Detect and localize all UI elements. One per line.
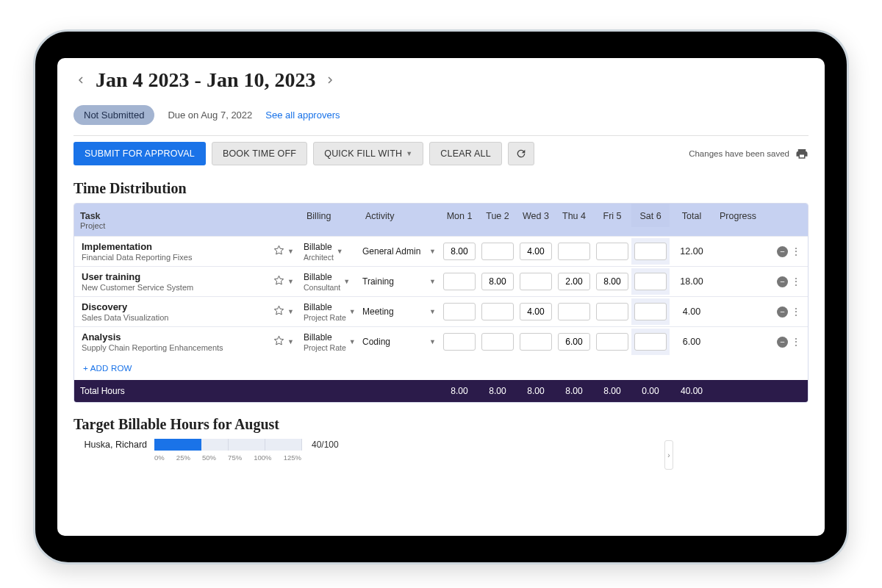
hours-input[interactable]	[481, 303, 514, 320]
remove-row-icon[interactable]: −	[777, 276, 788, 287]
task-name: User training	[82, 271, 193, 282]
prev-week-chevron[interactable]	[74, 73, 88, 87]
billing-type: Billable	[304, 242, 334, 252]
activity-select[interactable]: Meeting▼	[362, 305, 436, 318]
chart-row: Huska, Richard 40/100	[74, 439, 808, 451]
task-name: Discovery	[82, 301, 168, 312]
total-mon: 8.00	[440, 381, 478, 401]
col-wed: Wed 3	[517, 204, 555, 227]
billing-type: Billable	[304, 272, 340, 282]
print-icon[interactable]	[795, 147, 808, 160]
quick-fill-button[interactable]: QUICK FILL WITH▼	[313, 142, 423, 165]
chart-tick: 25%	[176, 453, 190, 462]
toolbar: SUBMIT FOR APPROVAL BOOK TIME OFF QUICK …	[74, 135, 808, 176]
chart-tick: 75%	[228, 453, 242, 462]
hours-input[interactable]	[596, 333, 628, 351]
hours-input[interactable]	[596, 303, 628, 320]
hours-input[interactable]	[596, 273, 628, 290]
more-options-icon[interactable]: ⋮	[792, 276, 800, 287]
task-project: Sales Data Visualization	[82, 313, 168, 322]
chart-tick: 50%	[202, 453, 216, 462]
remove-row-icon[interactable]: −	[777, 246, 788, 257]
col-billing: Billing	[301, 204, 359, 227]
hours-input[interactable]	[558, 273, 590, 290]
hours-input[interactable]	[481, 273, 514, 290]
col-tue: Tue 2	[478, 204, 517, 227]
status-pill: Not Submitted	[74, 105, 154, 125]
remove-row-icon[interactable]: −	[777, 306, 788, 318]
next-week-chevron[interactable]	[323, 73, 337, 87]
hours-input[interactable]	[634, 243, 667, 260]
total-grand: 40.00	[670, 381, 714, 401]
table-row: DiscoverySales Data Visualization▼Billab…	[74, 296, 808, 326]
slide-handle[interactable]: ›	[664, 440, 673, 470]
hours-input[interactable]	[520, 333, 552, 351]
col-mon: Mon 1	[440, 204, 478, 227]
hours-input[interactable]	[634, 303, 667, 320]
activity-select[interactable]: Coding▼	[362, 335, 436, 348]
col-sat: Sat 6	[631, 204, 670, 227]
totals-row: Total Hours 8.00 8.00 8.00 8.00 8.00 0.0…	[74, 380, 808, 402]
total-wed: 8.00	[517, 381, 555, 401]
clear-all-button[interactable]: CLEAR ALL	[429, 142, 502, 165]
hours-input[interactable]	[520, 273, 552, 290]
favorite-star-icon[interactable]	[273, 335, 284, 348]
hours-input[interactable]	[520, 303, 552, 320]
hours-input[interactable]	[558, 303, 590, 320]
caret-down-icon[interactable]: ▼	[287, 308, 294, 315]
more-options-icon[interactable]: ⋮	[792, 246, 800, 257]
caret-down-icon[interactable]: ▼	[349, 308, 356, 315]
col-total: Total	[670, 204, 714, 227]
hours-input[interactable]	[558, 243, 590, 260]
total-sat: 0.00	[631, 381, 670, 401]
caret-down-icon[interactable]: ▼	[287, 278, 294, 285]
hours-input[interactable]	[596, 243, 628, 260]
screen: Jan 4 2023 - Jan 10, 2023 Not Submitted …	[57, 58, 825, 536]
remove-row-icon[interactable]: −	[777, 337, 788, 348]
favorite-star-icon[interactable]	[273, 245, 284, 258]
timesheet-grid: Task Project Billing Activity Mon 1 Tue …	[74, 203, 808, 403]
book-time-off-button[interactable]: BOOK TIME OFF	[212, 142, 307, 165]
activity-select[interactable]: Training▼	[362, 275, 436, 288]
hours-input[interactable]	[443, 303, 476, 320]
task-name: Implementation	[82, 241, 192, 252]
hours-input[interactable]	[443, 273, 476, 290]
hours-input[interactable]	[443, 333, 476, 351]
hours-input[interactable]	[634, 273, 667, 290]
hours-input[interactable]	[634, 333, 667, 351]
caret-down-icon[interactable]: ▼	[287, 338, 294, 345]
hours-input[interactable]	[443, 243, 476, 260]
add-row-button[interactable]: + ADD ROW	[74, 356, 808, 380]
total-tue: 8.00	[478, 381, 517, 401]
due-date-text: Due on Aug 7, 2022	[168, 110, 252, 121]
billing-role: Project Rate	[304, 313, 346, 322]
date-range-title: Jan 4 2023 - Jan 10, 2023	[96, 68, 315, 92]
row-total: 4.00	[683, 306, 700, 317]
task-project: New Customer Service System	[82, 283, 193, 292]
refresh-button[interactable]	[508, 142, 534, 165]
hours-input[interactable]	[481, 333, 514, 351]
total-fri: 8.00	[593, 381, 631, 401]
submit-approval-button[interactable]: SUBMIT FOR APPROVAL	[74, 142, 206, 165]
favorite-star-icon[interactable]	[273, 305, 284, 318]
see-approvers-link[interactable]: See all approvers	[265, 110, 340, 121]
totals-label: Total Hours	[74, 381, 267, 401]
hours-input[interactable]	[520, 243, 552, 260]
chart-bar	[154, 439, 201, 451]
caret-down-icon[interactable]: ▼	[337, 248, 343, 255]
col-task: Task	[80, 211, 261, 221]
more-options-icon[interactable]: ⋮	[792, 337, 800, 347]
more-options-icon[interactable]: ⋮	[792, 306, 800, 317]
favorite-star-icon[interactable]	[273, 275, 284, 288]
hours-input[interactable]	[481, 243, 514, 260]
date-header: Jan 4 2023 - Jan 10, 2023	[74, 68, 808, 92]
caret-down-icon[interactable]: ▼	[287, 248, 294, 255]
hours-input[interactable]	[558, 333, 590, 351]
billing-role: Project Rate	[304, 343, 346, 352]
chart-tick: 125%	[284, 453, 301, 462]
caret-down-icon[interactable]: ▼	[343, 278, 350, 285]
row-total: 18.00	[680, 276, 703, 287]
activity-select[interactable]: General Admin▼	[362, 245, 436, 258]
caret-down-icon[interactable]: ▼	[349, 338, 356, 345]
col-fri: Fri 5	[593, 204, 631, 227]
